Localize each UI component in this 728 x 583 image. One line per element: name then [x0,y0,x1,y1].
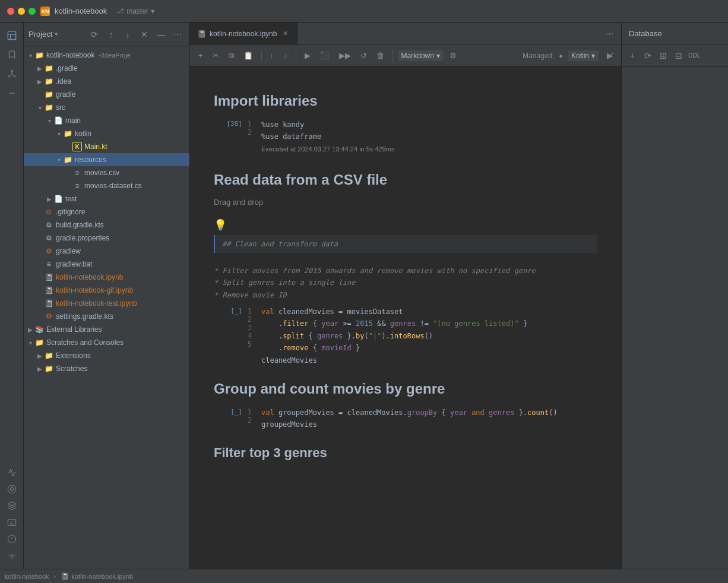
nb-cut-button[interactable]: ✂ [209,49,223,63]
notebook-content[interactable]: Import libraries [38] 1 2 %use kandy %us… [190,66,621,569]
toolbar-btn-up[interactable]: ↑ [104,27,118,42]
tree-item-kotlin-dir[interactable]: ▾ 📁 kotlin [24,127,189,140]
tree-item-resources[interactable]: ▾ 📁 resources [24,153,189,166]
nb-move-down-button[interactable]: ↓ [280,49,291,63]
nb-settings-button[interactable]: ⚙ [446,49,460,63]
highlighted-comment: ## Clean and transform data [214,235,597,253]
sidebar-icon-structure[interactable] [4,65,20,82]
toolbar-btn-collapse[interactable]: — [154,27,168,42]
notebook-test-icon: 📓 [44,299,53,308]
tree-item-gradle[interactable]: ▶ 📁 .gradle [24,62,189,75]
tree-item-notebook-test[interactable]: 📓 kotlin-notebook-test.ipynb [24,297,189,310]
db-add-button[interactable]: + [625,49,640,63]
tree-item-label: gradlew.bat [56,260,92,268]
spacer [36,234,44,242]
code-cell-cleaned: [_] 1 2 3 4 5 val cleanedMovies = movies… [214,306,597,366]
tree-item-scratches-consoles[interactable]: ▾ 📁 Scratches and Consoles [24,336,189,349]
sidebar-icon-project[interactable] [4,27,20,44]
tree-item-label: resources [75,156,106,164]
tree-item-gitignore[interactable]: ⊙ .gitignore [24,205,189,218]
tree-item-src[interactable]: ▾ 📁 src [24,101,189,114]
nb-add-button[interactable]: + [195,49,207,63]
right-panel-title: Database [622,23,728,45]
tree-item-test[interactable]: ▶ 📄 test [24,192,189,205]
sidebar-icon-info[interactable] [4,531,20,547]
code-content-grouped: val groupedMovies = cleanedMovies.groupB… [261,407,597,431]
sidebar-icon-bookmarks[interactable] [4,46,20,63]
tree-item-scratches[interactable]: ▶ 📁 Scratches [24,362,189,375]
tree-item-movies-csv[interactable]: ≡ movies.csv [24,166,189,179]
toolbar-btn-down[interactable]: ↓ [121,27,135,42]
toolbar-btn-options[interactable]: ⋯ [170,27,185,42]
settings-gradle-icon: ⚙ [44,312,53,321]
tree-root-path: ~/IdeaProje [97,52,131,59]
toolbar-btn-close[interactable]: ✕ [137,27,151,42]
db-refresh-button[interactable]: ⟳ [641,49,655,63]
sidebar-icon-layers[interactable] [4,498,20,514]
nb-run-button[interactable]: ▶ [301,49,314,63]
tab-close-button[interactable]: ✕ [280,29,290,39]
tree-item-label: test [65,195,77,203]
cell-body-grouped[interactable]: val groupedMovies = cleanedMovies.groupB… [261,407,597,431]
line-numbers-cleaned: 1 2 3 4 5 [245,307,257,348]
tree-item-idea[interactable]: ▶ 📁 .idea [24,75,189,88]
tree-item-settings-gradle[interactable]: ⚙ settings.gradle.kts [24,310,189,323]
sidebar-icon-more[interactable]: ··· [4,84,20,101]
nb-delete-button[interactable]: 🗑 [373,49,388,63]
sidebar-icon-run[interactable] [4,481,20,498]
tree-item-label: gradle.properties [56,234,109,242]
nb-stop-button[interactable]: ⬛ [316,49,333,63]
cell-body-38[interactable]: %use kandy %use dataframe Executed at 20… [261,119,597,157]
gradle-icon: ⚙ [44,220,53,230]
chevron-right-icon [36,90,44,99]
cell-body-cleaned[interactable]: val cleanedMovies = moviesDataset .filte… [261,306,597,366]
sidebar-icon-terminal[interactable] [4,514,20,531]
toolbar-btn-recent[interactable]: ⟳ [87,27,102,42]
hint-icon-row: 💡 [214,218,597,232]
tree-item-label: External Libraries [46,325,102,334]
kernel-select[interactable]: Kotlin ▾ [568,50,599,61]
tree-item-gradlew-bat[interactable]: ≡ gradlew.bat [24,258,189,271]
sidebar-icon-analytics[interactable] [4,464,20,481]
file-icon: ⚙ [44,246,53,256]
tree-item-notebook[interactable]: 📓 kotlin-notebook.ipynb [24,271,189,284]
extensions-icon: 📁 [44,351,53,360]
db-ddl-button[interactable]: DDL [687,49,701,63]
tab-notebook[interactable]: 📓 kotlin-notebook.ipynb ✕ [190,23,297,45]
branch-chevron: ▾ [151,7,154,15]
nb-restart-button[interactable]: ↺ [357,49,371,63]
tree-item-label: gradlew [56,247,81,255]
tree-item-gradlew[interactable]: ⚙ gradlew [24,245,189,258]
tree-item-movies-dataset[interactable]: ≡ movies-dataset.cs [24,179,189,192]
nb-copy-button[interactable]: ⧉ [225,49,238,63]
tree-root-item[interactable]: ▾ 📁 kotlin-notebook ~/IdeaProje [24,49,189,62]
nb-run-all-button[interactable]: ▶▶ [335,49,354,63]
tree-item-gradle-dir[interactable]: 📁 gradle [24,88,189,101]
tree-item-build-gradle[interactable]: ⚙ build.gradle.kts [24,218,189,232]
db-view-button[interactable]: ⊞ [656,49,670,63]
code-line-g1: val groupedMovies = cleanedMovies.groupB… [261,407,597,419]
tree-item-label: .gradle [56,64,78,72]
tab-more-button[interactable]: ⋯ [602,27,616,41]
svg-point-12 [11,555,13,557]
cell-type-select[interactable]: Markdown ▾ [398,50,444,61]
tree-item-label: kotlin-notebook.ipynb [56,273,123,281]
gradle-icon: ⚙ [44,233,53,243]
maximize-button[interactable] [29,8,36,15]
nb-move-up-button[interactable]: ↑ [267,49,278,63]
tree-item-gradle-props[interactable]: ⚙ gradle.properties [24,232,189,245]
tree-item-notebook-gif[interactable]: 📓 kotlin-notebook-gif.ipynb [24,284,189,297]
close-button[interactable] [7,8,14,15]
tree-item-main-kt[interactable]: K Main.kt [24,140,189,153]
tree-item-main[interactable]: ▾ 📄 main [24,114,189,127]
nb-paste-button[interactable]: 📋 [240,49,257,63]
chevron-right-icon: ▶ [36,64,44,72]
tree-item-label: movies.csv [84,169,119,177]
minimize-button[interactable] [18,8,25,15]
db-table-button[interactable]: ⊟ [672,49,686,63]
tree-item-extensions[interactable]: ▶ 📁 Extensions [24,349,189,362]
tree-root-label: kotlin-notebook [46,51,94,59]
sidebar-icon-settings[interactable] [4,547,20,564]
spacer [64,169,72,177]
tree-item-ext-libs[interactable]: ▶ 📚 External Libraries [24,323,189,336]
